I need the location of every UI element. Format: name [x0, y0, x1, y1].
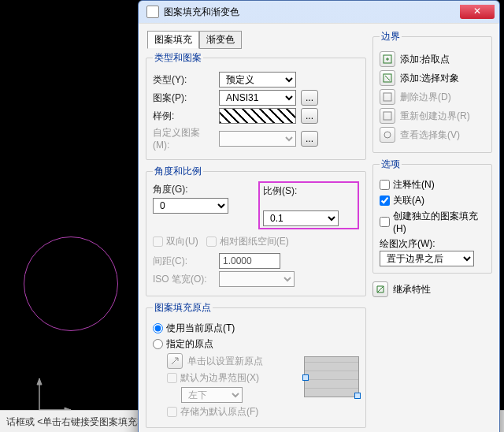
checkbox-double [153, 236, 163, 247]
tab-gradient[interactable]: 渐变色 [199, 31, 242, 49]
swatch-browse-button[interactable]: ... [301, 108, 318, 124]
label-spacing: 间距(C): [153, 255, 214, 268]
select-draw-order[interactable]: 置于边界之后 [380, 251, 474, 266]
legend-angle-scale: 角度和比例 [153, 165, 203, 178]
circle-entity[interactable] [24, 236, 118, 331]
legend-type-pattern: 类型和图案 [153, 51, 203, 65]
window-title: 图案填充和渐变色 [164, 6, 460, 19]
origin-preview [304, 356, 359, 397]
legend-options: 选项 [380, 158, 402, 171]
checkbox-default-extent [167, 373, 177, 383]
close-button[interactable]: ✕ [460, 5, 495, 19]
label-remove: 删除边界(D) [400, 91, 451, 104]
tab-hatch[interactable]: 图案填充 [147, 31, 199, 49]
titlebar[interactable]: 图案填充和渐变色 ✕ [139, 1, 499, 23]
label-scale: 比例(S): [263, 184, 324, 198]
scale-highlight: 比例(S): 0.1 [258, 181, 359, 229]
set-origin-icon [167, 353, 183, 369]
label-select[interactable]: 添加:选择对象 [400, 72, 459, 85]
legend-boundary: 边界 [380, 30, 402, 43]
group-boundary: 边界 添加:拾取点 添加:选择对象 删除边界(D) 重新创建边界(R) 查看选择… [372, 30, 492, 153]
svg-point-4 [384, 132, 391, 138]
inherit-icon[interactable] [372, 281, 388, 297]
group-angle-scale: 角度和比例 角度(G): 0 比例(S): 0.1 双向(U) [146, 165, 366, 296]
checkbox-annotative[interactable] [380, 180, 390, 190]
custom-browse-button[interactable]: ... [301, 131, 318, 147]
label-pattern: 图案(P): [153, 91, 214, 105]
select-extent: 左下 [181, 387, 243, 403]
label-custom-pattern: 自定义图案(M): [153, 126, 214, 151]
checkbox-relative [206, 236, 217, 247]
app-icon [146, 6, 159, 18]
checkbox-associative[interactable] [380, 196, 390, 206]
group-options: 选项 注释性(N) 关联(A) 创建独立的图案填充(H) 绘图次序(W): 置于… [372, 158, 492, 274]
remove-boundary-icon [380, 89, 395, 105]
select-custom-pattern [219, 131, 296, 147]
pick-points-icon[interactable] [380, 51, 395, 67]
label-iso: ISO 笔宽(O): [153, 273, 214, 286]
group-origin: 图案填充原点 使用当前原点(T) 指定的原点 单击以设置新原点 默认为边界范围(… [146, 301, 366, 428]
view-selection-icon [380, 127, 395, 143]
select-angle[interactable]: 0 [153, 198, 228, 214]
label-angle: 角度(G): [153, 183, 214, 196]
label-inherit[interactable]: 继承特性 [393, 283, 431, 296]
label-swatch: 样例: [153, 110, 214, 123]
select-scale[interactable]: 0.1 [263, 210, 339, 226]
svg-rect-3 [384, 112, 391, 120]
radio-use-current[interactable] [153, 323, 163, 333]
group-type-pattern: 类型和图案 类型(Y): 预定义 图案(P): ANSI31 ... 样例: .… [146, 51, 366, 160]
checkbox-separate[interactable] [380, 217, 390, 227]
input-spacing [219, 253, 280, 269]
hatch-dialog: 图案填充和渐变色 ✕ 图案填充 渐变色 类型和图案 类型(Y): 预定义 图案(… [138, 0, 500, 432]
label-view: 查看选择集(V) [400, 128, 460, 142]
pattern-swatch[interactable] [219, 108, 296, 124]
label-click-new: 单击以设置新原点 [187, 355, 263, 368]
select-type[interactable]: 预定义 [219, 72, 296, 88]
select-iso [219, 271, 295, 287]
radio-specified[interactable] [153, 339, 163, 349]
label-recreate: 重新创建边界(R) [400, 110, 470, 123]
select-pattern[interactable]: ANSI31 [219, 90, 296, 106]
svg-rect-2 [384, 93, 391, 101]
tabstrip: 图案填充 渐变色 [147, 30, 366, 48]
checkbox-store-default [167, 407, 177, 417]
label-pick[interactable]: 添加:拾取点 [400, 53, 450, 66]
label-type: 类型(Y): [153, 73, 214, 87]
label-draw-order: 绘图次序(W): [380, 237, 485, 251]
recreate-boundary-icon [380, 108, 395, 124]
select-objects-icon[interactable] [380, 70, 395, 86]
pattern-browse-button[interactable]: ... [301, 90, 318, 106]
legend-origin: 图案填充原点 [153, 301, 213, 315]
